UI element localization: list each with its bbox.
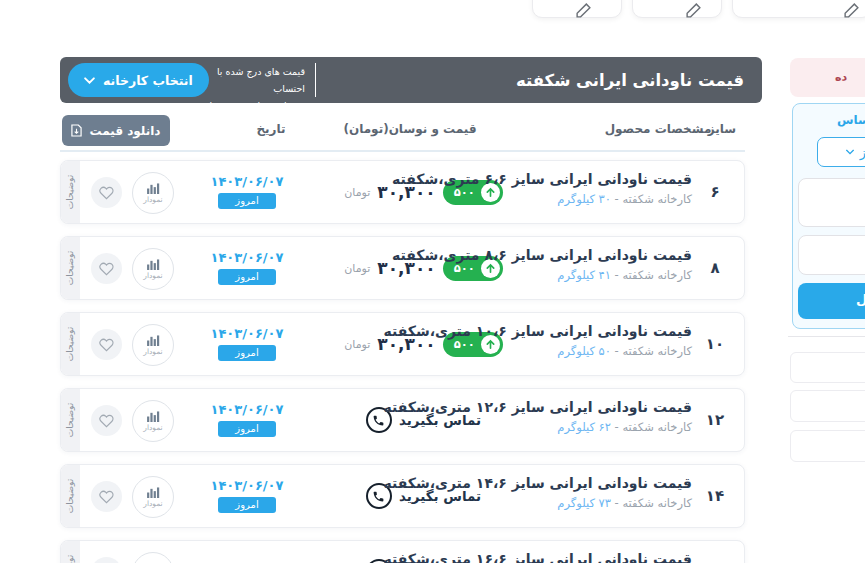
pencil-icon <box>575 2 592 19</box>
product-weight: ۵۰ کیلوگرم <box>557 344 611 358</box>
size-select[interactable]: سایز <box>817 137 865 167</box>
table-row: توضیحات نمودار ۱۴۰۳/۰۶/۰۷ امروز ۵۰۰ ۳۰,۳… <box>60 160 745 224</box>
favorite-button[interactable] <box>91 481 122 512</box>
toolbar-card[interactable] <box>732 0 865 18</box>
product-cell: قیمت ناودانی ایرانی سایز ۱۶،۶ متری،شکفته <box>384 551 692 563</box>
product-subtitle: کارخانه شکفته - ۳۰ کیلوگرم <box>392 192 692 206</box>
details-tab-label: توضیحات <box>66 327 76 362</box>
details-tab[interactable]: توضیحات <box>61 541 80 563</box>
size-select-label: سایز <box>860 145 865 160</box>
size-value: ۱۴ <box>694 465 736 527</box>
heart-icon <box>99 338 114 352</box>
bar-chart-icon <box>146 411 161 422</box>
product-subtitle: کارخانه شکفته - ۴۱ کیلوگرم <box>392 268 692 282</box>
product-link[interactable]: قیمت ناودانی ایرانی سایز ۱۴،۶ متری،شکفته <box>384 475 692 491</box>
product-subtitle: کارخانه شکفته - ۶۲ کیلوگرم <box>384 420 692 434</box>
date-block: ۱۴۰۳/۰۶/۰۷ امروز <box>191 402 303 437</box>
bar-chart-icon <box>146 335 161 346</box>
chart-button[interactable]: نمودار <box>132 248 174 290</box>
apply-filter-button[interactable]: ل <box>798 283 865 319</box>
details-tab[interactable]: توضیحات <box>61 313 80 375</box>
today-badge: امروز <box>218 345 276 361</box>
favorite-button[interactable] <box>91 177 122 208</box>
product-subtitle: کارخانه شکفته - ۵۰ کیلوگرم <box>384 344 692 358</box>
sidebar-divider <box>788 336 865 337</box>
price-unit: تومان <box>344 338 370 351</box>
bar-chart-icon <box>146 487 161 498</box>
details-tab[interactable]: توضیحات <box>61 389 80 451</box>
details-tab[interactable]: توضیحات <box>61 237 80 299</box>
details-tab[interactable]: توضیحات <box>61 161 80 223</box>
product-weight: ۳۰ کیلوگرم <box>557 192 611 206</box>
chart-button[interactable]: نمودار <box>132 552 174 563</box>
toolbar-card[interactable] <box>632 0 722 18</box>
favorite-button[interactable] <box>91 405 122 436</box>
factory-name: کارخانه شکفته - <box>611 420 692 434</box>
chevron-down-icon <box>846 149 854 155</box>
filter-panel-title: ساس <box>837 113 865 127</box>
factory-name: کارخانه شکفته - <box>611 344 692 358</box>
product-link[interactable]: قیمت ناودانی ایرانی سایز ۸،۶ متری،شکفته <box>392 247 692 263</box>
product-cell: قیمت ناودانی ایرانی سایز ۶،۶ متری،شکفته … <box>392 171 692 206</box>
sidebar-collapsed-box[interactable] <box>790 352 865 383</box>
details-tab-label: توضیحات <box>66 251 76 286</box>
today-badge: امروز <box>218 421 276 437</box>
chart-button[interactable]: نمودار <box>132 172 174 214</box>
today-badge: امروز <box>218 269 276 285</box>
download-price-label: دانلود قیمت <box>89 124 160 138</box>
product-link[interactable]: قیمت ناودانی ایرانی سایز ۱۶،۶ متری،شکفته <box>384 551 692 563</box>
toolbar-card[interactable] <box>532 0 622 18</box>
size-value: ۸ <box>694 237 736 299</box>
date-block: ۱۴۰۳/۰۶/۰۷ امروز <box>191 478 303 513</box>
pencil-icon <box>843 2 860 19</box>
date-block: ۱۴۰۳/۰۶/۰۷ امروز <box>191 174 303 209</box>
product-cell: قیمت ناودانی ایرانی سایز ۱۴،۶ متری،شکفته… <box>384 475 692 510</box>
download-price-button[interactable]: دانلود قیمت <box>62 115 170 146</box>
chart-button-label: نمودار <box>143 347 162 356</box>
select-factory-label: انتخاب کارخانه <box>103 73 193 88</box>
bar-chart-icon <box>146 183 161 194</box>
sidebar-collapsed-box[interactable] <box>790 430 865 462</box>
chart-button-label: نمودار <box>143 271 162 280</box>
price-from-input[interactable] <box>798 178 865 227</box>
product-cell: قیمت ناودانی ایرانی سایز ۱۲،۶ متری،شکفته… <box>384 399 692 434</box>
col-header-date: تاریخ <box>240 122 302 136</box>
product-weight: ۴۱ کیلوگرم <box>557 268 611 282</box>
factory-name: کارخانه شکفته - <box>611 268 692 282</box>
favorite-button[interactable] <box>91 329 122 360</box>
product-cell: قیمت ناودانی ایرانی سایز ۱۰،۶ متری،شکفته… <box>384 323 692 358</box>
price-to-input[interactable] <box>798 235 865 275</box>
page: قیمت ناودانی ایرانی شکفته قیمت های درج ش… <box>0 0 865 563</box>
favorite-button[interactable] <box>91 253 122 284</box>
chart-button[interactable]: نمودار <box>132 324 174 366</box>
size-value: ۱۶ <box>694 541 736 563</box>
product-link[interactable]: قیمت ناودانی ایرانی سایز ۱۲،۶ متری،شکفته <box>384 399 692 415</box>
chart-button[interactable]: نمودار <box>132 476 174 518</box>
chevron-down-icon <box>84 77 95 84</box>
product-link[interactable]: قیمت ناودانی ایرانی سایز ۶،۶ متری،شکفته <box>392 171 692 187</box>
today-badge: امروز <box>218 497 276 513</box>
heart-icon <box>99 186 114 200</box>
sidebar-collapsed-box[interactable] <box>790 390 865 422</box>
heart-icon <box>99 414 114 428</box>
col-header-product: مشخصات محصول <box>596 122 720 136</box>
select-factory-button[interactable]: انتخاب کارخانه <box>68 63 209 97</box>
product-link[interactable]: قیمت ناودانی ایرانی سایز ۱۰،۶ متری،شکفته <box>384 323 692 339</box>
price-unit: تومان <box>344 186 370 199</box>
price-table-header: قیمت ناودانی ایرانی شکفته قیمت های درج ش… <box>60 57 762 103</box>
page-title: قیمت ناودانی ایرانی شکفته <box>516 57 744 103</box>
favorite-button[interactable] <box>91 557 122 563</box>
factory-name: کارخانه شکفته - <box>611 496 692 510</box>
file-download-icon <box>71 124 82 137</box>
price-unit: تومان <box>344 262 370 275</box>
heart-icon <box>99 490 114 504</box>
details-tab[interactable]: توضیحات <box>61 465 80 527</box>
notice-banner-text: ده <box>835 71 847 84</box>
chart-button[interactable]: نمودار <box>132 400 174 442</box>
pencil-icon <box>685 2 702 19</box>
notice-banner: ده <box>790 58 865 97</box>
size-value: ۶ <box>694 161 736 223</box>
apply-filter-label: ل <box>856 292 865 307</box>
table-row: توضیحات نمودار ۱۴۰۳/۰۶/۰۷ امروز ۵۰۰ ۳۰,۳… <box>60 236 745 300</box>
product-weight: ۶۲ کیلوگرم <box>557 420 611 434</box>
